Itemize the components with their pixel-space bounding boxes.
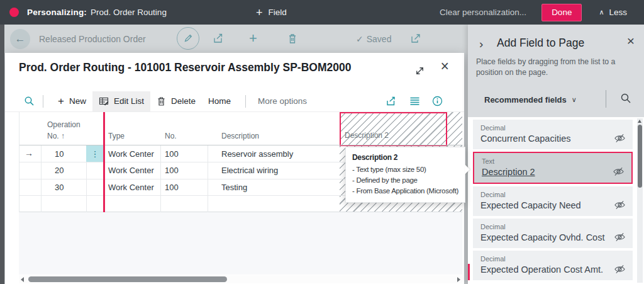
done-button[interactable]: Done	[541, 4, 582, 21]
dialog-title: Prod. Order Routing - 101001 Reservoir A…	[19, 61, 351, 74]
column-header-operation-line2[interactable]: No. ↑	[47, 132, 65, 140]
background-page-header: ← Released Production Order + ✓ Saved	[0, 25, 468, 54]
field-type-label: Decimal	[480, 223, 625, 230]
field-tooltip: Description 2 - Text type (max size 50) …	[345, 147, 465, 203]
edit-page-button[interactable]	[177, 27, 199, 50]
hidden-field-icon	[614, 264, 626, 275]
cell-type[interactable]: Work Center	[108, 149, 154, 159]
collapse-panel-button[interactable]: ›	[479, 37, 483, 51]
drag-indicator	[468, 264, 470, 280]
home-label: Home	[208, 96, 231, 106]
toolbar-divider	[245, 95, 246, 108]
delete-record-button[interactable]	[287, 33, 298, 45]
close-panel-button[interactable]: ×	[627, 34, 635, 47]
cell-type[interactable]: Work Center	[108, 183, 154, 192]
show-as-list-button[interactable]	[409, 96, 420, 106]
field-type-label: Decimal	[480, 255, 625, 263]
info-button[interactable]	[432, 96, 443, 106]
panel-scrollbar-thumb[interactable]	[638, 125, 642, 188]
cell-description[interactable]: Testing	[221, 183, 247, 192]
cell-operation-no[interactable]: 20	[55, 166, 64, 175]
column-header-operation-line1[interactable]: Operation	[47, 120, 80, 129]
field-type-label: Decimal	[480, 191, 625, 198]
field-filter-dropdown[interactable]: Recommended fields ∨	[484, 95, 577, 105]
field-card-expected-operation-cost-amt[interactable]: Decimal Expected Operation Cost Amt.	[473, 251, 633, 280]
description2-drag-ghost	[340, 112, 447, 146]
edit-list-label: Edit List	[114, 96, 144, 106]
topbar-right-group: Clear personalization... Done ∧ Less	[440, 4, 644, 21]
field-card-expected-capacity-need[interactable]: Decimal Expected Capacity Need	[473, 186, 633, 216]
edit-list-icon	[99, 96, 109, 106]
cell-no[interactable]: 100	[165, 149, 179, 159]
column-drop-indicator	[103, 112, 105, 212]
cell-operation-no[interactable]: 30	[55, 183, 64, 192]
horizontal-scrollbar[interactable]	[19, 275, 462, 283]
cell-operation-no[interactable]: 10	[55, 149, 64, 159]
personalizing-label: Personalizing:	[27, 8, 87, 17]
active-row-marker-icon: →	[25, 148, 33, 158]
pencil-icon	[183, 33, 193, 43]
back-arrow-icon: ←	[15, 33, 26, 45]
field-card-description-2[interactable]: Text Description 2	[473, 152, 633, 184]
trash-icon	[157, 96, 166, 106]
open-in-new-window-button[interactable]	[410, 33, 421, 44]
empty-table-space	[19, 212, 462, 275]
saved-status: ✓ Saved	[356, 34, 391, 44]
scroll-up-button[interactable]	[638, 120, 641, 123]
add-field-button[interactable]: + Field	[256, 7, 287, 18]
filter-label: Recommended fields	[484, 95, 567, 105]
cell-description[interactable]: Electrical wiring	[221, 166, 278, 175]
row-context-menu-button[interactable]: ⋮	[86, 145, 104, 162]
field-list: Decimal Concurrent Capacities Text Descr…	[468, 117, 644, 284]
panel-title: Add Field to Page	[497, 37, 584, 50]
delete-button[interactable]: Delete	[150, 91, 202, 111]
scroll-right-button[interactable]	[457, 277, 460, 282]
hidden-field-icon	[613, 166, 625, 177]
column-header-description2: Description 2	[345, 131, 389, 140]
field-name: Concurrent Capacities	[480, 133, 625, 144]
cell-type[interactable]: Work Center	[108, 166, 154, 175]
field-card-expected-capacity-ovhd-cost[interactable]: Decimal Expected Capacity Ovhd. Cost	[473, 219, 633, 248]
search-button[interactable]	[24, 96, 35, 106]
cell-no[interactable]: 100	[165, 166, 179, 175]
field-card-concurrent-capacities[interactable]: Decimal Concurrent Capacities	[473, 120, 633, 149]
add-field-label: Field	[268, 8, 286, 17]
column-header-type[interactable]: Type	[108, 132, 125, 140]
back-button[interactable]: ←	[10, 29, 30, 49]
clear-personalization-button[interactable]: Clear personalization...	[440, 8, 526, 17]
field-name: Description 2	[482, 167, 624, 177]
field-name: Expected Capacity Need	[480, 200, 625, 210]
scroll-left-button[interactable]	[21, 277, 24, 282]
more-options-button[interactable]: More options	[254, 91, 311, 111]
dialog-toolbar: + New Edit List Delete Home More options	[5, 91, 464, 112]
column-header-no[interactable]: No.	[165, 132, 177, 140]
delete-label: Delete	[171, 96, 196, 106]
chevron-up-icon: ∧	[599, 8, 604, 16]
app-screen: Personalizing: Prod. Order Routing + Fie…	[0, 0, 644, 284]
panel-scrollbar[interactable]	[637, 118, 643, 283]
cell-no[interactable]: 100	[165, 183, 179, 192]
personalize-mode-icon	[9, 8, 19, 17]
panel-search-button[interactable]	[620, 93, 631, 104]
new-label: New	[69, 96, 86, 106]
field-type-label: Decimal	[480, 124, 625, 132]
cell-description[interactable]: Reservoir assembly	[221, 149, 293, 159]
tooltip-title: Description 2	[352, 152, 458, 163]
field-name: Expected Operation Cost Amt.	[480, 264, 625, 275]
add-field-panel: › Add Field to Page × Place fields by dr…	[468, 25, 644, 284]
new-button[interactable]: + New	[52, 90, 92, 113]
less-button[interactable]: ∧ Less	[599, 8, 627, 17]
less-label: Less	[609, 8, 627, 17]
share-button[interactable]	[386, 96, 397, 106]
horizontal-scrollbar-thumb[interactable]	[28, 276, 227, 282]
edit-list-button[interactable]: Edit List	[92, 91, 150, 111]
expand-dialog-button[interactable]	[414, 65, 425, 76]
home-button[interactable]: Home	[202, 91, 237, 111]
close-dialog-button[interactable]: ×	[441, 59, 449, 74]
share-button[interactable]	[213, 33, 225, 44]
toolbar-divider	[43, 95, 43, 108]
column-header-description[interactable]: Description	[221, 132, 259, 140]
new-record-button[interactable]: +	[249, 30, 257, 47]
tooltip-line: - Defined by the page	[352, 175, 458, 186]
hidden-field-icon	[614, 133, 626, 144]
